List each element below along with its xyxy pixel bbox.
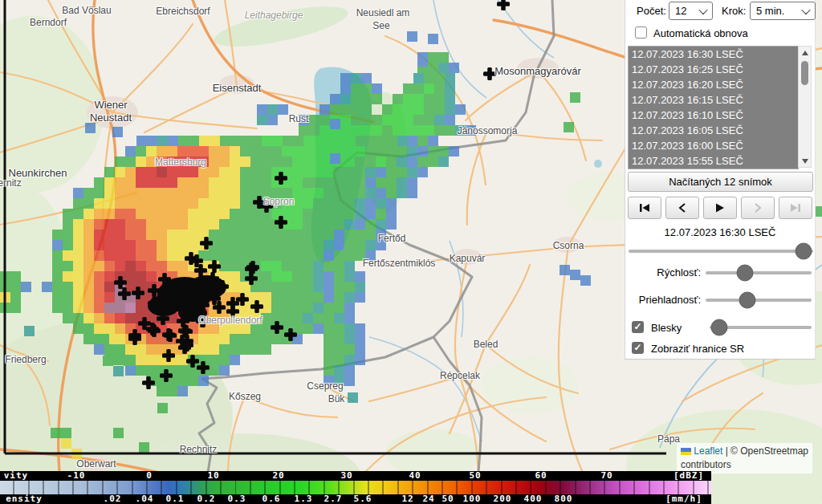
skip-end-icon <box>790 203 801 213</box>
lightning-strike-icon <box>142 376 155 389</box>
timestamp-list-item[interactable]: 12.07.2023 15:55 LSEČ <box>629 153 798 169</box>
legend-tick: 40 <box>409 471 421 481</box>
leaflet-link[interactable]: Leaflet <box>694 445 722 457</box>
legend-tick: ensity <box>6 494 43 504</box>
play-icon <box>715 203 725 213</box>
lightning-strike-icon <box>118 287 131 300</box>
legend-tick: 0.3 <box>228 494 246 504</box>
legend-tick: 10 <box>207 471 219 481</box>
legend-tick: 200 <box>494 494 512 504</box>
legend-tick: 0.2 <box>197 494 216 504</box>
lightning-checkbox[interactable]: ✓ <box>632 321 644 333</box>
legend-tick: 50 <box>469 471 481 481</box>
lightning-strike-icon <box>284 328 297 341</box>
lightning-strike-icon <box>497 0 510 10</box>
legend-tick: 0.1 <box>166 494 185 504</box>
radar-control-panel: Počet: 12 Krok: 5 min. Automatická obnov… <box>625 0 816 360</box>
loaded-frames-button[interactable]: Načítaných 12 snímok <box>628 172 813 192</box>
lightning-strike-icon <box>208 260 221 273</box>
legend-tick: 24 <box>422 494 434 504</box>
legend-tick: 5.6 <box>354 494 372 504</box>
step-select[interactable]: 5 min. <box>750 2 816 20</box>
borders-label: Zobraziť hranice SR <box>651 343 744 355</box>
timestamp-list-item[interactable]: 12.07.2023 16:05 LSEČ <box>629 123 798 138</box>
speed-label: Rýchlosť: <box>625 266 701 278</box>
lightning-strike-icon <box>148 324 161 337</box>
legend-tick: 0.6 <box>262 494 281 504</box>
legend-tick: 20 <box>272 471 284 481</box>
scroll-down-icon[interactable] <box>799 155 811 167</box>
legend-tick: 800 <box>555 494 573 504</box>
timestamp-list-item[interactable]: 12.07.2023 16:00 LSEČ <box>629 138 798 153</box>
skip-end-button[interactable] <box>779 197 812 219</box>
speed-slider[interactable] <box>706 271 812 274</box>
lightning-strike-icon <box>245 272 258 285</box>
legend-tick: 30 <box>340 471 352 481</box>
lightning-strike-icon <box>275 216 287 229</box>
current-frame-time: 12.07.2023 16:30 LSEČ <box>625 226 815 238</box>
listbox-scrollbar[interactable] <box>798 46 812 168</box>
play-button[interactable] <box>703 197 737 219</box>
step-select-value: 5 min. <box>756 5 784 17</box>
timestamp-list-item[interactable]: 12.07.2023 16:20 LSEČ <box>629 77 798 92</box>
lightning-strike-icon <box>160 369 173 382</box>
scroll-up-icon[interactable] <box>799 47 811 59</box>
attribution-line2: contributors <box>681 459 731 470</box>
osm-credit: © OpenStreetmap <box>730 445 808 457</box>
map-attribution: Leaflet | © OpenStreetmap contributors <box>677 443 812 474</box>
scrollbar-thumb[interactable] <box>801 61 808 85</box>
ukraine-flag-icon <box>681 448 691 455</box>
step-forward-button[interactable] <box>741 197 775 219</box>
timestamp-list-item[interactable]: 12.07.2023 16:30 LSEČ <box>629 47 798 62</box>
timeline-slider-thumb[interactable] <box>796 243 812 260</box>
lightning-strike-icon <box>114 276 127 289</box>
legend-tick: 0 <box>146 471 153 481</box>
speed-slider-thumb[interactable] <box>737 265 754 282</box>
legend-tick: [dBZ] <box>673 471 704 481</box>
opacity-slider[interactable] <box>706 299 812 302</box>
skip-start-icon <box>639 203 650 213</box>
lightning-label: Blesky <box>651 322 682 334</box>
lightning-strike-icon <box>162 328 175 341</box>
lightning-opacity-slider-thumb[interactable] <box>711 319 728 336</box>
legend-tick: 1.3 <box>295 494 313 504</box>
legend-tick: 60 <box>535 471 547 481</box>
timeline-slider[interactable] <box>629 250 813 253</box>
opacity-label: Priehladnosť: <box>625 294 701 306</box>
step-label: Krok: <box>722 5 746 17</box>
legend-tick: 400 <box>524 494 543 504</box>
borders-checkbox[interactable]: ✓ <box>632 342 644 354</box>
opacity-slider-thumb[interactable] <box>739 292 756 309</box>
lightning-strike-icon <box>200 237 213 250</box>
step-back-button[interactable] <box>665 197 699 219</box>
legend-mmh-row: ensity.02.040.10.20.30.61.32.75.61224501… <box>0 494 711 504</box>
count-select-value: 12 <box>675 5 686 17</box>
step-forward-icon <box>754 203 762 213</box>
auto-refresh-label: Automatická obnova <box>653 27 748 39</box>
chevron-down-icon <box>801 5 810 14</box>
count-label: Počet: <box>637 5 666 17</box>
legend-tick: vity <box>4 471 29 481</box>
legend-tick: 2.7 <box>324 494 343 504</box>
timestamp-list-item[interactable]: 12.07.2023 16:10 LSEČ <box>629 108 798 123</box>
legend-tick: .02 <box>104 494 122 504</box>
auto-refresh-checkbox[interactable] <box>635 26 647 39</box>
legend-tick: 70 <box>600 471 612 481</box>
loaded-frames-label: Načítaných 12 snímok <box>669 176 772 188</box>
legend-tick: .04 <box>136 494 154 504</box>
timestamp-list-item[interactable]: 12.07.2023 16:15 LSEČ <box>629 92 798 108</box>
count-select[interactable]: 12 <box>669 2 713 20</box>
lightning-strike-icon <box>132 287 144 299</box>
timestamp-listbox[interactable]: 12.07.2023 16:30 LSEČ12.07.2023 16:25 LS… <box>628 46 799 169</box>
legend-dbz-row: vity-10010203040506070[dBZ] <box>0 471 711 481</box>
lightning-strike-icon <box>271 321 283 334</box>
lightning-strike-icon <box>162 349 175 362</box>
step-back-icon <box>678 203 686 213</box>
lightning-strike-icon <box>275 172 287 185</box>
legend-tick: 100 <box>463 494 482 504</box>
legend-tick: [mm/h] <box>665 494 702 504</box>
lightning-strike-icon <box>483 67 496 80</box>
timestamp-list-item[interactable]: 12.07.2023 16:25 LSEČ <box>629 62 798 77</box>
attribution-separator: | <box>722 445 730 457</box>
skip-start-button[interactable] <box>628 197 661 219</box>
